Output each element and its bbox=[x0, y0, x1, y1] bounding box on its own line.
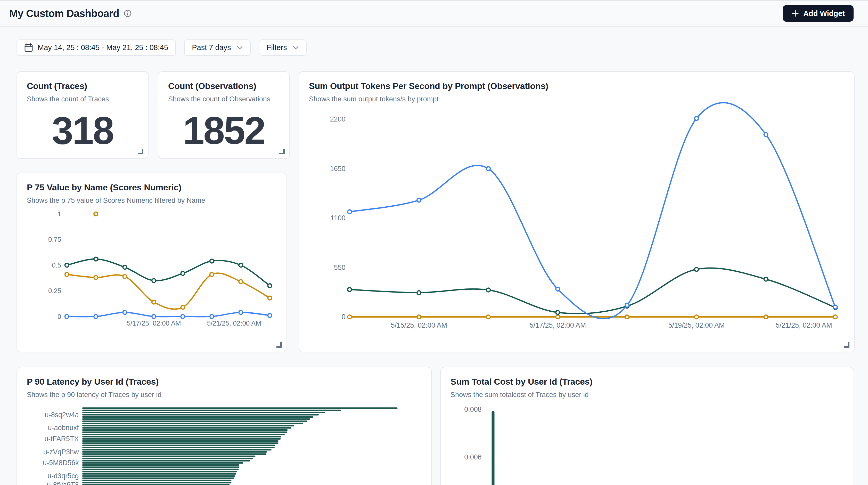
count-value: 1852 bbox=[158, 103, 289, 158]
widget-subtitle: Shows the count of Traces bbox=[27, 95, 138, 103]
svg-text:0.006: 0.006 bbox=[464, 453, 482, 461]
svg-text:u-tFAR5TX: u-tFAR5TX bbox=[44, 435, 79, 443]
svg-text:2200: 2200 bbox=[330, 115, 346, 123]
date-range-picker[interactable]: May 14, 25 : 08:45 - May 21, 25 : 08:45 bbox=[17, 39, 176, 56]
cost-bar-chart[interactable]: 0.0080.006 bbox=[441, 367, 854, 485]
tokens-line-chart[interactable]: 05501100165022005/15/25, 02:00 AM5/17/25… bbox=[299, 72, 854, 352]
info-icon[interactable] bbox=[124, 9, 131, 17]
resize-handle[interactable] bbox=[138, 149, 144, 154]
widget-p90-chart: P 90 Latency by User Id (Traces) Shows t… bbox=[17, 367, 432, 485]
count-value: 318 bbox=[17, 103, 148, 158]
svg-text:5/19/25, 02:00 AM: 5/19/25, 02:00 AM bbox=[669, 322, 725, 329]
widget-count-observations: Count (Observations) Shows the count of … bbox=[158, 71, 290, 159]
svg-text:0.25: 0.25 bbox=[48, 287, 61, 294]
widget-tokens-chart: Sum Output Tokens Per Second by Prompt (… bbox=[299, 71, 855, 353]
add-widget-label: Add Widget bbox=[803, 9, 845, 18]
svg-text:u-8sq2w4a: u-8sq2w4a bbox=[45, 411, 79, 419]
p75-line-chart[interactable]: 00.250.50.7515/17/25, 02:00 AM5/21/25, 0… bbox=[17, 173, 286, 352]
resize-handle[interactable] bbox=[276, 342, 282, 348]
svg-text:u-aobnuxf: u-aobnuxf bbox=[48, 424, 79, 432]
widget-title: Count (Traces) bbox=[27, 81, 138, 91]
filter-toolbar: May 14, 25 : 08:45 - May 21, 25 : 08:45 … bbox=[17, 39, 307, 56]
svg-text:5/15/25, 02:00 AM: 5/15/25, 02:00 AM bbox=[391, 322, 447, 329]
svg-text:550: 550 bbox=[334, 264, 346, 271]
svg-text:1: 1 bbox=[58, 210, 61, 217]
svg-text:0: 0 bbox=[342, 313, 346, 321]
page-title: My Custom Dashboard bbox=[9, 8, 119, 19]
svg-text:u-d3qr5cg: u-d3qr5cg bbox=[48, 472, 79, 480]
plus-icon bbox=[792, 9, 799, 17]
widget-subtitle: Shows the count of Observations bbox=[168, 95, 280, 103]
resize-handle[interactable] bbox=[279, 149, 285, 154]
filters-label: Filters bbox=[267, 43, 287, 52]
svg-text:u-8fVa9T3: u-8fVa9T3 bbox=[47, 481, 79, 485]
svg-text:u-5M8D56k: u-5M8D56k bbox=[43, 459, 79, 467]
svg-text:0.5: 0.5 bbox=[52, 262, 61, 269]
widget-cost-chart: Sum Total Cost by User Id (Traces) Shows… bbox=[440, 367, 854, 485]
resize-handle[interactable] bbox=[844, 342, 849, 348]
p90-bar-chart[interactable]: u-8sq2w4au-aobnuxfu-tFAR5TXu-zVqP3hwu-5M… bbox=[17, 367, 431, 485]
chevron-down-icon bbox=[293, 46, 299, 50]
filters-dropdown[interactable]: Filters bbox=[259, 39, 307, 56]
svg-text:5/21/25, 02:00 AM: 5/21/25, 02:00 AM bbox=[776, 322, 832, 329]
svg-text:0.75: 0.75 bbox=[48, 236, 61, 243]
page-header: My Custom Dashboard Add Widget bbox=[0, 1, 868, 27]
date-range-value: May 14, 25 : 08:45 - May 21, 25 : 08:45 bbox=[38, 43, 168, 52]
svg-text:1650: 1650 bbox=[330, 165, 346, 173]
svg-text:5/17/25, 02:00 AM: 5/17/25, 02:00 AM bbox=[127, 320, 181, 327]
calendar-icon bbox=[24, 43, 33, 52]
widget-p75-chart: P 75 Value by Name (Scores Numeric) Show… bbox=[17, 173, 287, 353]
svg-text:0.008: 0.008 bbox=[464, 405, 482, 413]
svg-text:1100: 1100 bbox=[331, 214, 346, 222]
svg-text:5/17/25, 02:00 AM: 5/17/25, 02:00 AM bbox=[530, 322, 586, 329]
time-preset-value: Past 7 days bbox=[192, 43, 231, 52]
widget-count-traces: Count (Traces) Shows the count of Traces… bbox=[17, 71, 149, 159]
add-widget-button[interactable]: Add Widget bbox=[783, 5, 854, 22]
svg-text:0: 0 bbox=[58, 313, 61, 320]
chevron-down-icon bbox=[237, 46, 243, 50]
svg-text:u-zVqP3hw: u-zVqP3hw bbox=[43, 448, 79, 456]
widget-title: Count (Observations) bbox=[168, 81, 280, 91]
svg-text:5/21/25, 02:00 AM: 5/21/25, 02:00 AM bbox=[207, 320, 261, 327]
time-preset-dropdown[interactable]: Past 7 days bbox=[184, 39, 251, 56]
